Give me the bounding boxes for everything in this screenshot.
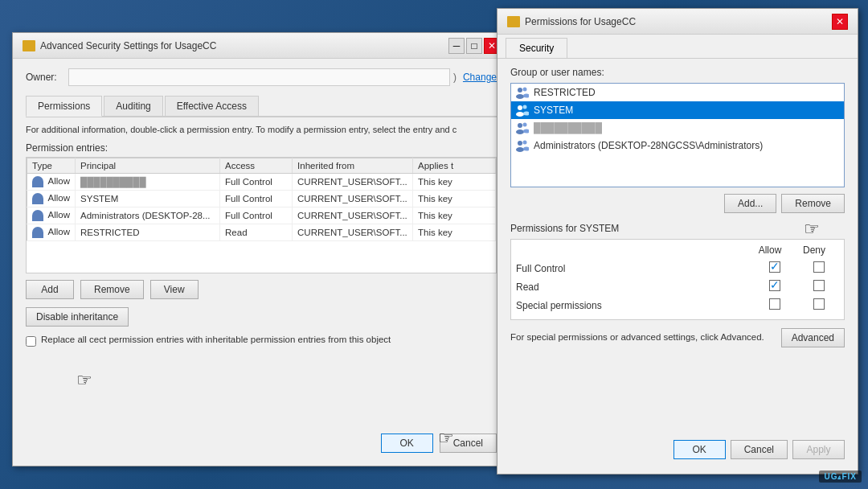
user-icon bbox=[32, 193, 43, 204]
add-remove-row: Add... Remove bbox=[510, 194, 845, 213]
fullcontrol-deny-cell bbox=[799, 261, 839, 275]
permission-entries-label: Permission entries: bbox=[26, 142, 497, 154]
perm-grid-header: Allow Deny bbox=[516, 244, 839, 259]
owner-input[interactable] bbox=[68, 68, 450, 86]
row3-inherited: CURRENT_USER\SOFT... bbox=[293, 208, 413, 224]
tabs-container: Permissions Auditing Effective Access bbox=[26, 96, 497, 117]
perm-close-button[interactable]: ✕ bbox=[832, 14, 848, 30]
group-icon-user3 bbox=[516, 121, 529, 134]
restricted-name: RESTRICTED bbox=[534, 87, 596, 98]
read-deny-checkbox[interactable] bbox=[813, 280, 825, 291]
user3-name: ██████████ bbox=[534, 122, 602, 134]
fullcontrol-deny-checkbox[interactable] bbox=[813, 261, 825, 273]
remove-user-button[interactable]: Remove bbox=[781, 194, 845, 213]
add-button[interactable]: Add bbox=[26, 280, 74, 299]
change-link[interactable]: Change bbox=[463, 72, 497, 83]
svg-point-11 bbox=[523, 129, 529, 134]
row3-principal: Administrators (DESKTOP-28... bbox=[76, 208, 220, 224]
read-deny-cell bbox=[799, 280, 839, 294]
table-row[interactable]: Allow ██████████ Full Control CURRENT_US… bbox=[27, 174, 496, 191]
svg-point-4 bbox=[518, 105, 522, 110]
tab-auditing[interactable]: Auditing bbox=[104, 96, 162, 116]
row2-inherited: CURRENT_USER\SOFT... bbox=[293, 191, 413, 208]
read-allow-checkbox[interactable] bbox=[769, 280, 780, 291]
svg-point-9 bbox=[516, 129, 524, 134]
perm-row-read: Read bbox=[516, 277, 839, 296]
perm-ok-button[interactable]: OK bbox=[674, 440, 726, 459]
add-user-button[interactable]: Add... bbox=[724, 194, 776, 213]
svg-point-15 bbox=[523, 147, 529, 151]
group-icon-admins bbox=[516, 139, 529, 152]
security-tab-bar: Security bbox=[497, 35, 858, 59]
perm-apply-button[interactable]: Apply bbox=[792, 440, 845, 459]
replace-checkbox[interactable] bbox=[26, 336, 36, 347]
disable-inheritance-button[interactable]: Disable inheritance bbox=[26, 307, 129, 327]
remove-button[interactable]: Remove bbox=[80, 280, 144, 299]
owner-label: Owner: bbox=[26, 72, 62, 83]
perm-dialog-titlebar: Permissions for UsageCC ✕ bbox=[497, 9, 858, 35]
special-deny-checkbox[interactable] bbox=[813, 298, 825, 310]
permissions-section-title: Permissions for SYSTEM bbox=[510, 223, 845, 234]
row1-applies: This key bbox=[413, 174, 496, 191]
row4-applies: This key bbox=[413, 224, 496, 241]
special-allow-checkbox[interactable] bbox=[769, 298, 780, 310]
user-list-item-user3[interactable]: ██████████ bbox=[511, 119, 844, 137]
svg-point-5 bbox=[516, 112, 524, 117]
row3-type: Allow bbox=[48, 210, 70, 220]
tab-security[interactable]: Security bbox=[506, 38, 567, 58]
svg-point-12 bbox=[518, 141, 522, 146]
deny-header: Deny bbox=[794, 244, 834, 256]
col-principal: Principal bbox=[76, 158, 220, 174]
folder-icon bbox=[23, 40, 35, 51]
maximize-button[interactable]: □ bbox=[466, 38, 482, 54]
main-dialog-footer: OK Cancel bbox=[381, 434, 497, 453]
group-icon bbox=[516, 86, 529, 99]
advanced-button[interactable]: Advanced bbox=[781, 328, 845, 347]
main-dialog-title: Advanced Security Settings for UsageCC bbox=[40, 40, 448, 51]
col-type: Type bbox=[27, 158, 76, 174]
svg-point-7 bbox=[523, 112, 529, 116]
table-row[interactable]: Allow SYSTEM Full Control CURRENT_USER\S… bbox=[27, 191, 496, 208]
main-ok-button[interactable]: OK bbox=[381, 434, 433, 453]
row4-type: Allow bbox=[48, 227, 70, 236]
svg-point-14 bbox=[523, 141, 527, 145]
row2-type: Allow bbox=[48, 193, 70, 203]
perm-dialog-title: Permissions for UsageCC bbox=[525, 16, 832, 27]
svg-point-6 bbox=[523, 105, 527, 109]
permissions-grid: Allow Deny Full Control Read bbox=[510, 239, 845, 320]
main-dialog-titlebar: Advanced Security Settings for UsageCC ─… bbox=[13, 33, 510, 59]
owner-parens: ) bbox=[453, 72, 457, 83]
svg-point-1 bbox=[516, 94, 524, 99]
fullcontrol-allow-checkbox[interactable] bbox=[769, 261, 780, 273]
user-list: RESTRICTED SYSTEM ██████████ bbox=[510, 83, 845, 187]
watermark: UG₄FIX bbox=[819, 471, 862, 483]
perm-dialog-footer: OK Cancel Apply bbox=[497, 432, 858, 467]
row1-inherited: CURRENT_USER\SOFT... bbox=[293, 174, 413, 191]
read-label: Read bbox=[516, 281, 751, 293]
special-deny-cell bbox=[799, 298, 839, 312]
row2-applies: This key bbox=[413, 191, 496, 208]
table-row[interactable]: Allow RESTRICTED Read CURRENT_USER\SOFT.… bbox=[27, 224, 496, 241]
row1-principal: ██████████ bbox=[76, 174, 220, 191]
svg-point-13 bbox=[516, 147, 524, 152]
perm-cancel-button[interactable]: Cancel bbox=[731, 440, 788, 459]
permissions-dialog: Permissions for UsageCC ✕ Security Group… bbox=[497, 8, 858, 475]
allow-header: Allow bbox=[746, 244, 794, 256]
minimize-button[interactable]: ─ bbox=[448, 38, 465, 54]
special-label: Special permissions bbox=[516, 300, 751, 311]
col-access: Access bbox=[220, 158, 293, 174]
tab-permissions[interactable]: Permissions bbox=[26, 96, 102, 117]
row1-type: Allow bbox=[48, 176, 70, 186]
user-list-item-admins[interactable]: Administrators (DESKTOP-28NGCSS\Administ… bbox=[511, 137, 844, 154]
main-cancel-button[interactable]: Cancel bbox=[440, 434, 497, 453]
tab-effective-access[interactable]: Effective Access bbox=[165, 96, 259, 116]
permissions-table-container: Type Principal Access Inherited from App… bbox=[26, 157, 497, 273]
table-row[interactable]: Allow Administrators (DESKTOP-28... Full… bbox=[27, 208, 496, 224]
group-icon-system bbox=[516, 104, 529, 117]
user-list-item-system[interactable]: SYSTEM bbox=[511, 101, 844, 119]
main-buttons-row: Add Remove View bbox=[26, 280, 497, 299]
user-list-item-restricted[interactable]: RESTRICTED bbox=[511, 84, 844, 101]
row4-access: Read bbox=[220, 224, 293, 241]
row2-access: Full Control bbox=[220, 191, 293, 208]
view-button[interactable]: View bbox=[150, 280, 199, 299]
